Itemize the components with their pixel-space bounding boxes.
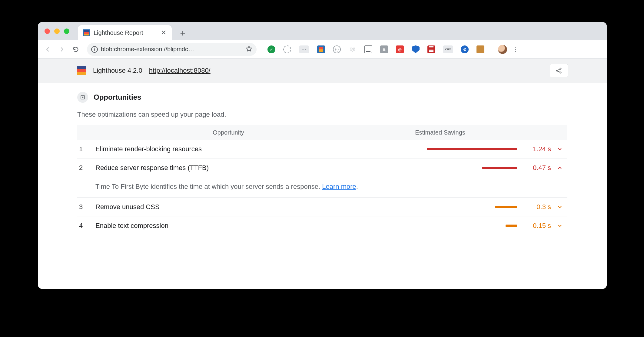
- extension-icon[interactable]: [476, 45, 484, 53]
- savings-value: 0.15 s: [519, 222, 552, 230]
- lighthouse-icon: [83, 29, 90, 36]
- extension-icon[interactable]: B: [380, 45, 388, 53]
- savings-bar: [495, 206, 517, 208]
- svg-point-2: [560, 72, 561, 73]
- opportunity-row[interactable]: 3Remove unused CSS0.3 s: [77, 198, 567, 216]
- window-controls: [38, 22, 76, 40]
- row-index: 2: [77, 164, 95, 172]
- opportunity-name: Reduce server response times (TTFB): [95, 164, 361, 172]
- opportunity-row[interactable]: 1Eliminate render-blocking resources1.24…: [77, 140, 567, 158]
- savings-bar-wrap: [361, 148, 519, 150]
- column-opportunity: Opportunity: [95, 129, 361, 136]
- extension-icon[interactable]: ⚙: [461, 45, 469, 53]
- close-tab-icon[interactable]: ✕: [161, 29, 166, 37]
- svg-point-0: [560, 68, 561, 69]
- extension-icon[interactable]: [412, 45, 420, 53]
- browser-tab[interactable]: Lighthouse Report ✕: [78, 25, 172, 40]
- opportunities-table-body: 1Eliminate render-blocking resources1.24…: [77, 140, 567, 235]
- opportunity-detail: Time To First Byte identifies the time a…: [77, 177, 567, 198]
- opportunity-row[interactable]: 4Enable text compression0.15 s: [77, 216, 567, 235]
- address-bar[interactable]: i blob:chrome-extension://blipmdc…: [87, 43, 257, 56]
- savings-bar: [506, 225, 517, 227]
- minimize-window-button[interactable]: [54, 28, 60, 34]
- extension-icon[interactable]: ✓: [267, 45, 275, 53]
- back-button[interactable]: [42, 44, 54, 55]
- savings-bar-wrap: [361, 206, 519, 208]
- section-header: Opportunities: [77, 92, 567, 103]
- extension-icon[interactable]: ⚛: [349, 45, 357, 53]
- close-window-button[interactable]: [45, 28, 50, 34]
- fullscreen-window-button[interactable]: [64, 28, 69, 34]
- extension-icon[interactable]: [427, 45, 435, 53]
- extension-icon[interactable]: CRX: [443, 45, 453, 53]
- opportunities-icon: [77, 92, 88, 103]
- savings-bar-wrap: [361, 167, 519, 169]
- chevron-down-icon[interactable]: [552, 204, 567, 210]
- extensions-row: ✓ ••• {·} ⚛ B ◎ CRX ⚙: [267, 45, 484, 53]
- bookmark-star-icon[interactable]: [246, 45, 252, 53]
- extension-icon[interactable]: [364, 45, 372, 53]
- extension-icon[interactable]: {·}: [333, 45, 341, 53]
- savings-bar: [427, 148, 517, 150]
- separator: [491, 45, 491, 54]
- profile-avatar[interactable]: [498, 45, 507, 54]
- lighthouse-version: Lighthouse 4.2.0: [93, 67, 142, 75]
- opportunities-table-header: Opportunity Estimated Savings: [77, 125, 567, 140]
- row-index: 1: [77, 145, 95, 153]
- opportunity-name: Remove unused CSS: [95, 203, 361, 211]
- lighthouse-topbar: Lighthouse 4.2.0 http://localhost:8080/: [38, 58, 607, 83]
- chevron-down-icon[interactable]: [552, 223, 567, 229]
- extension-icon[interactable]: •••: [299, 45, 309, 53]
- forward-button[interactable]: [56, 44, 68, 55]
- column-savings: Estimated Savings: [361, 129, 519, 136]
- svg-point-1: [556, 70, 558, 71]
- browser-toolbar: i blob:chrome-extension://blipmdc… ✓ •••…: [38, 40, 607, 58]
- learn-more-link[interactable]: Learn more: [322, 183, 356, 190]
- savings-value: 0.47 s: [519, 164, 552, 172]
- savings-value: 0.3 s: [519, 203, 552, 211]
- extension-icon[interactable]: [317, 45, 325, 53]
- opportunities-section: Opportunities These optimizations can sp…: [38, 83, 607, 238]
- reload-button[interactable]: [70, 44, 81, 55]
- section-description: These optimizations can speed up your pa…: [77, 111, 567, 118]
- url-text: blob:chrome-extension://blipmdc…: [101, 46, 243, 53]
- row-index: 4: [77, 222, 95, 230]
- chevron-up-icon[interactable]: [552, 165, 567, 171]
- page-content: Lighthouse 4.2.0 http://localhost:8080/ …: [38, 58, 607, 289]
- section-title: Opportunities: [94, 93, 141, 102]
- opportunity-name: Eliminate render-blocking resources: [95, 145, 361, 153]
- tested-url-link[interactable]: http://localhost:8080/: [149, 67, 211, 75]
- tab-strip: Lighthouse Report ✕ ＋: [38, 22, 607, 40]
- new-tab-button[interactable]: ＋: [177, 27, 189, 39]
- opportunity-row[interactable]: 2Reduce server response times (TTFB)0.47…: [77, 158, 567, 177]
- lighthouse-logo-icon: [77, 66, 86, 75]
- extension-icon[interactable]: ◎: [396, 45, 404, 53]
- tab-title: Lighthouse Report: [94, 29, 157, 36]
- share-button[interactable]: [550, 64, 568, 77]
- browser-menu-button[interactable]: ⋮: [510, 44, 521, 55]
- savings-bar-wrap: [361, 225, 519, 227]
- site-info-icon[interactable]: i: [91, 46, 98, 53]
- row-index: 3: [77, 203, 95, 211]
- savings-bar: [482, 167, 517, 169]
- savings-value: 1.24 s: [519, 145, 552, 153]
- extension-icon[interactable]: [283, 45, 291, 53]
- detail-text: Time To First Byte identifies the time a…: [95, 183, 322, 190]
- browser-window: Lighthouse Report ✕ ＋ i blob:chrome-exte…: [38, 22, 607, 289]
- chevron-down-icon[interactable]: [552, 146, 567, 152]
- opportunity-name: Enable text compression: [95, 222, 361, 230]
- detail-suffix: .: [356, 183, 358, 190]
